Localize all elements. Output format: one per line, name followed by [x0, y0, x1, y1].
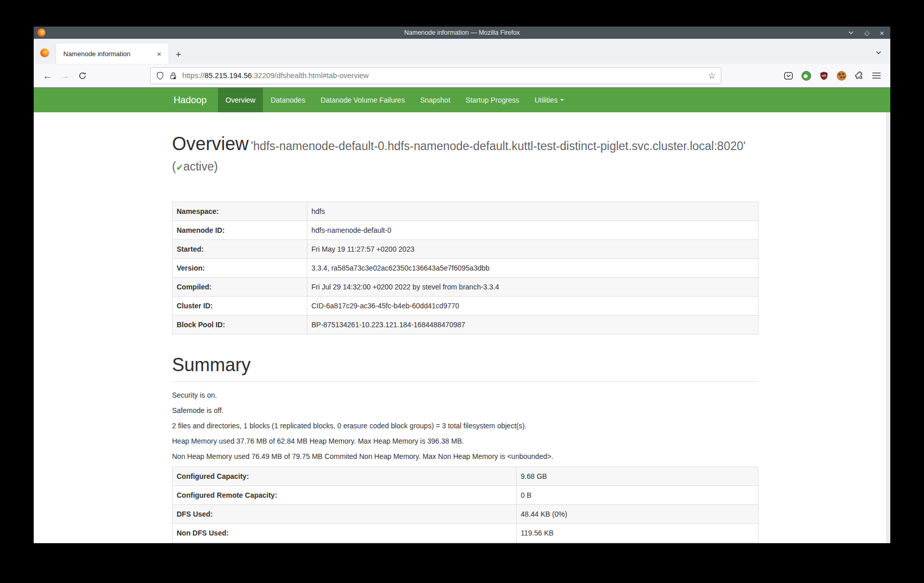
- summary-line: Safemode is off.: [172, 405, 759, 416]
- firefox-window: Namenode information — Mozilla Firefox ◇…: [34, 27, 890, 543]
- nav-tab-datanode-volume-failures[interactable]: Datanode Volume Failures: [313, 88, 412, 112]
- browser-toolbar: ← → https://85.215.194.56:32209/dfshealt…: [34, 64, 890, 88]
- window-titlebar[interactable]: Namenode information — Mozilla Firefox ◇…: [34, 27, 890, 39]
- minimize-button[interactable]: [848, 30, 854, 36]
- status-badge: active: [183, 160, 214, 173]
- svg-text:uO: uO: [822, 74, 826, 77]
- forward-button: →: [56, 71, 74, 81]
- nav-tab-startup-progress[interactable]: Startup Progress: [458, 88, 527, 112]
- bookmark-star-icon[interactable]: ☆: [708, 70, 716, 81]
- table-row: Started: Fri May 19 11:27:57 +0200 2023: [173, 240, 759, 259]
- page-viewport: Hadoop Overview Datanodes Datanode Volum…: [34, 88, 890, 543]
- insecure-lock-icon[interactable]: [169, 71, 178, 80]
- url-bar[interactable]: https://85.215.194.56:32209/dfshealth.ht…: [150, 67, 721, 84]
- nav-tab-overview[interactable]: Overview: [218, 88, 263, 112]
- summary-line: Security is on.: [172, 390, 759, 400]
- namenode-address: 'hdfs-namenode-default-0.hdfs-namenode-d…: [172, 139, 745, 173]
- list-all-tabs-chevron-icon[interactable]: [875, 49, 882, 56]
- summary-text: Security is on. Safemode is off. 2 files…: [172, 390, 759, 461]
- check-icon: ✔: [176, 163, 183, 173]
- summary-title: Summary: [172, 355, 759, 375]
- namenode-info-table: Namespace: hdfs Namenode ID: hdfs-nameno…: [172, 202, 759, 334]
- table-row: Compiled: Fri Jul 29 14:32:00 +0200 2022…: [173, 278, 759, 297]
- hamburger-menu-icon[interactable]: [872, 72, 881, 79]
- url-text: https://85.215.194.56:32209/dfshealth.ht…: [182, 71, 703, 80]
- table-row: Namespace: hdfs: [173, 202, 759, 221]
- firefox-view-icon[interactable]: [40, 48, 49, 57]
- tab-strip: Namenode information × +: [34, 39, 890, 64]
- chevron-down-icon: [560, 99, 564, 101]
- summary-line: Non Heap Memory used 76.49 MB of 79.75 M…: [172, 451, 759, 461]
- tracking-shield-icon[interactable]: [156, 71, 164, 80]
- table-row: Namenode ID: hdfs-namenode-default-0: [173, 221, 759, 240]
- page-title: Overview: [172, 133, 249, 154]
- nav-tab-datanodes[interactable]: Datanodes: [263, 88, 313, 112]
- summary-line: Heap Memory used 37.76 MB of 62.84 MB He…: [172, 436, 759, 446]
- hadoop-brand[interactable]: Hadoop: [174, 88, 218, 112]
- ublock-shield-icon[interactable]: uO: [819, 71, 829, 81]
- new-tab-button[interactable]: +: [176, 50, 181, 59]
- tab-title: Namenode information: [63, 50, 154, 58]
- divider: [172, 381, 759, 382]
- tab-close-icon[interactable]: ×: [154, 48, 164, 59]
- pocket-save-icon[interactable]: [784, 71, 793, 81]
- table-row: DFS Used: 48.44 KB (0%): [173, 505, 759, 524]
- table-row: Configured Remote Capacity: 0 B: [173, 486, 759, 505]
- hadoop-navbar: Hadoop Overview Datanodes Datanode Volum…: [34, 88, 890, 112]
- table-row: Cluster ID: CID-6a817c29-ac36-45fc-b4eb-…: [173, 297, 759, 315]
- maximize-button[interactable]: ◇: [864, 30, 869, 36]
- firefox-logo-icon: [37, 29, 45, 37]
- page-content: Overview 'hdfs-namenode-default-0.hdfs-n…: [34, 112, 890, 543]
- nav-dropdown-utilities[interactable]: Utilities: [527, 88, 572, 112]
- window-title: Namenode information — Mozilla Firefox: [34, 29, 890, 36]
- table-row: Configured Capacity: 9.68 GB: [173, 467, 759, 486]
- table-row: Version: 3.3.4, ra585a73c3e02ac62350c136…: [173, 259, 759, 278]
- table-row: Non DFS Used: 119.56 KB: [173, 524, 759, 543]
- overview-header: Overview 'hdfs-namenode-default-0.hdfs-n…: [172, 134, 759, 178]
- browser-tab[interactable]: Namenode information ×: [56, 43, 168, 64]
- summary-line: 2 files and directories, 1 blocks (1 rep…: [172, 421, 759, 431]
- green-extension-icon[interactable]: [801, 71, 811, 81]
- extensions-puzzle-icon[interactable]: [855, 71, 864, 80]
- capacity-table: Configured Capacity: 9.68 GB Configured …: [172, 467, 759, 543]
- table-row: Block Pool ID: BP-875134261-10.223.121.1…: [173, 315, 759, 334]
- nav-tab-snapshot[interactable]: Snapshot: [412, 88, 458, 112]
- back-button[interactable]: ←: [39, 71, 56, 81]
- reload-button[interactable]: [74, 71, 91, 80]
- cookie-extension-icon[interactable]: [837, 71, 846, 81]
- close-button[interactable]: ×: [880, 29, 884, 37]
- page-scrollbar[interactable]: [886, 112, 890, 543]
